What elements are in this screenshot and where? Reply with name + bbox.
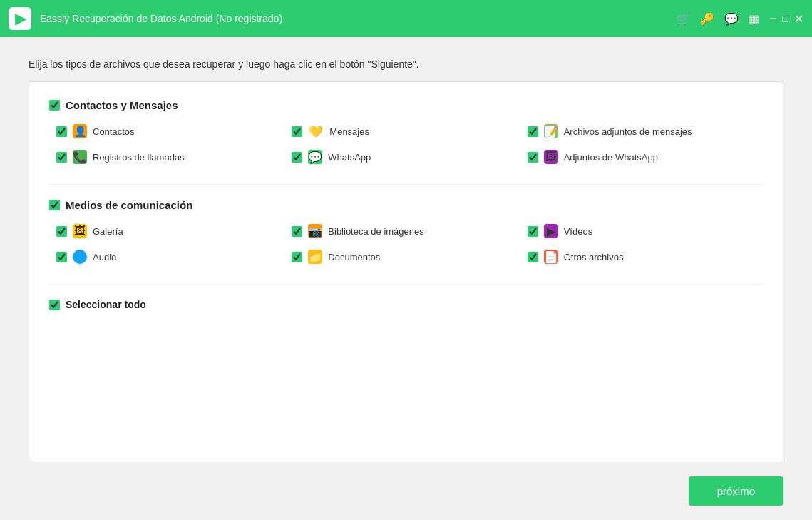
mensajes-icon: 💛 — [308, 125, 324, 138]
list-item: 📄 Otros archivos — [528, 250, 763, 264]
section-contacts-checkbox[interactable] — [49, 100, 60, 111]
archivos-adjuntos-checkbox[interactable] — [528, 126, 538, 137]
list-item: 👤 Contactos — [56, 124, 292, 138]
contactos-label: Contactos — [93, 126, 135, 137]
videos-label: Vídeos — [564, 226, 592, 237]
registros-checkbox[interactable] — [56, 152, 67, 163]
galeria-label: Galería — [93, 226, 123, 237]
list-item: 📷 Biblioteca de imágenes — [292, 224, 527, 238]
adjuntos-whatsapp-label: Adjuntos de WhatsApp — [564, 152, 658, 163]
titlebar: ▶ Eassiy Recuperación de Datos Android (… — [0, 0, 812, 37]
whatsapp-label: WhatsApp — [328, 152, 371, 163]
titlebar-actions: 🛒 🔑 💬 ▦ — [676, 12, 759, 26]
audio-icon: 🌐 — [73, 250, 87, 264]
adjuntos-whatsapp-checkbox[interactable] — [528, 152, 538, 163]
main-content: Elija los tipos de archivos que desea re… — [0, 37, 812, 476]
whatsapp-icon: 💬 — [308, 150, 322, 164]
media-items-grid: 🖼 Galería 📷 Biblioteca de imágenes ▶ Víd… — [49, 224, 763, 264]
adjuntos-whatsapp-icon: 🖼 — [544, 150, 558, 164]
select-all-checkbox[interactable] — [49, 300, 60, 310]
window-controls: − □ ✕ — [769, 11, 803, 26]
list-item: 📝 Archivos adjuntos de mensajes — [528, 124, 763, 138]
list-item: 💛 Mensajes — [292, 124, 527, 138]
next-button[interactable]: próximo — [689, 476, 783, 506]
videos-icon: ▶ — [544, 224, 558, 238]
contactos-icon: 👤 — [73, 124, 87, 138]
cart-icon[interactable]: 🛒 — [676, 12, 690, 26]
section-media-checkbox[interactable] — [49, 200, 60, 210]
list-item: ▶ Vídeos — [528, 224, 763, 238]
documentos-label: Documentos — [328, 252, 380, 262]
minimize-button[interactable]: − — [769, 11, 777, 26]
section-media-header: Medios de comunicación — [49, 199, 763, 211]
contactos-checkbox[interactable] — [56, 126, 67, 137]
menu-icon[interactable]: ▦ — [749, 12, 759, 26]
audio-label: Audio — [93, 252, 116, 262]
galeria-icon: 🖼 — [73, 224, 87, 238]
registros-label: Registros de llamadas — [93, 152, 185, 163]
list-item: 🖼 Adjuntos de WhatsApp — [528, 150, 763, 164]
mensajes-label: Mensajes — [329, 126, 369, 137]
documentos-checkbox[interactable] — [292, 252, 302, 262]
section-media-label: Medios de comunicación — [66, 199, 192, 211]
key-icon[interactable]: 🔑 — [700, 12, 714, 26]
galeria-checkbox[interactable] — [56, 226, 67, 237]
list-item: 💬 WhatsApp — [292, 150, 527, 164]
bottom-divider — [49, 284, 763, 285]
select-all-label: Seleccionar todo — [66, 299, 146, 310]
list-item: 📁 Documentos — [292, 250, 527, 264]
section-contacts-header: Contactos y Mensajes — [49, 99, 763, 111]
biblioteca-checkbox[interactable] — [292, 226, 302, 237]
support-icon[interactable]: 💬 — [724, 12, 739, 26]
list-item: 🖼 Galería — [56, 224, 292, 238]
list-item: 🌐 Audio — [56, 250, 292, 264]
contacts-items-grid: 👤 Contactos 💛 Mensajes 📝 Archivos adjunt… — [49, 124, 763, 164]
footer: próximo — [0, 476, 812, 520]
list-item: 📞 Registros de llamadas — [56, 150, 292, 164]
section-divider — [49, 184, 763, 185]
archivos-adjuntos-label: Archivos adjuntos de mensajes — [564, 126, 692, 137]
close-button[interactable]: ✕ — [794, 12, 803, 26]
registros-icon: 📞 — [73, 150, 87, 164]
section-contacts-label: Contactos y Mensajes — [66, 99, 178, 111]
otros-label: Otros archivos — [564, 252, 624, 262]
otros-icon: 📄 — [544, 250, 558, 264]
select-all-row: Seleccionar todo — [49, 299, 763, 310]
mensajes-checkbox[interactable] — [292, 126, 302, 137]
instruction-text: Elija los tipos de archivos que desea re… — [29, 58, 783, 70]
maximize-button[interactable]: □ — [783, 13, 788, 24]
app-logo: ▶ — [9, 7, 31, 30]
biblioteca-label: Biblioteca de imágenes — [328, 226, 423, 237]
file-types-panel: Contactos y Mensajes 👤 Contactos 💛 Mensa… — [29, 81, 783, 462]
app-title: Eassiy Recuperación de Datos Android (No… — [40, 13, 676, 24]
videos-checkbox[interactable] — [528, 226, 538, 237]
whatsapp-checkbox[interactable] — [292, 152, 302, 163]
otros-checkbox[interactable] — [528, 252, 538, 262]
audio-checkbox[interactable] — [56, 252, 67, 262]
documentos-icon: 📁 — [308, 250, 322, 264]
archivos-adjuntos-icon: 📝 — [544, 124, 558, 138]
biblioteca-icon: 📷 — [308, 224, 322, 238]
